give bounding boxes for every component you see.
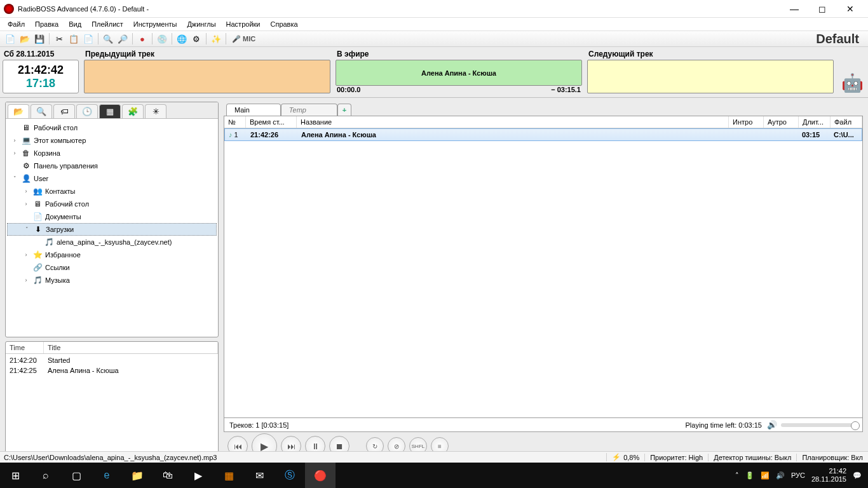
voice-icon[interactable]: ●	[136, 32, 149, 45]
tree-item-label: Корзина	[34, 149, 60, 157]
tree-item[interactable]: ›🗑Корзина	[7, 147, 217, 159]
status-silence[interactable]: Детектор тишины: Выкл	[708, 454, 796, 461]
menu-edit[interactable]: Правка	[30, 19, 64, 29]
tree-item[interactable]: ˅👤User	[7, 172, 217, 185]
store-icon[interactable]: 🛍	[153, 463, 183, 488]
menu-tools[interactable]: Инструменты	[128, 19, 182, 29]
tab-main[interactable]: Main	[226, 104, 281, 116]
tab-temp[interactable]: Temp	[281, 104, 337, 116]
menu-playlist[interactable]: Плейлист	[86, 19, 128, 29]
task-view-icon[interactable]: ▢	[61, 463, 92, 488]
tree-item[interactable]: 🔗Ссылки	[7, 261, 217, 274]
now-playing-body[interactable]: Алена Апина - Ксюша	[336, 60, 582, 86]
minimize-button[interactable]: ―	[780, 1, 808, 17]
globe-icon[interactable]: 🌐	[175, 32, 188, 45]
mic-button[interactable]: 🎤 MIC	[232, 35, 255, 43]
tree-item-label: Документы	[45, 213, 81, 220]
tree-item[interactable]: ⚙Панель управления	[7, 159, 217, 172]
tray-notifications-icon[interactable]: 💬	[853, 471, 862, 480]
search-icon[interactable]: ⌕	[31, 463, 61, 488]
tab-folder-icon[interactable]: 📂	[8, 104, 29, 118]
next-track-body[interactable]	[587, 60, 834, 93]
separator	[152, 33, 153, 44]
tab-search-icon[interactable]: 🔍	[31, 104, 52, 118]
tab-plugin-icon[interactable]: 🧩	[122, 104, 144, 118]
media-icon[interactable]: ▶	[183, 463, 214, 488]
tray-wifi-icon[interactable]: 📶	[761, 471, 770, 480]
folder-icon: 🖥	[32, 200, 43, 208]
separator	[132, 33, 133, 44]
menu-settings[interactable]: Настройки	[221, 19, 266, 29]
status-priority[interactable]: Приоритет: High	[644, 454, 708, 461]
folder-icon: 🗑	[21, 149, 31, 158]
close-button[interactable]: ✕	[836, 1, 864, 17]
speaker-icon[interactable]: 🔊	[767, 420, 777, 430]
tree-item[interactable]: ˅⬇Загрузки	[7, 223, 217, 236]
paste-icon[interactable]: 📄	[82, 32, 95, 45]
tree-item[interactable]: ›⭐Избранное	[7, 248, 217, 261]
disc-icon[interactable]: 💿	[156, 32, 168, 45]
log-row[interactable]: 21:42:20Started	[6, 355, 218, 365]
menu-help[interactable]: Справка	[265, 19, 302, 29]
apps-icon[interactable]: ▦	[214, 463, 244, 488]
main-toolbar: 📄 📂 💾 ✂ 📋 📄 🔍 🔎 ● 💿 🌐 ⚙ ✨ 🎤 MIC Default	[0, 30, 868, 47]
chevron-icon: ›	[22, 201, 30, 207]
col-duration[interactable]: Длит...	[799, 116, 831, 128]
status-scheduler[interactable]: Планировщик: Вкл	[796, 454, 868, 461]
col-outro[interactable]: Аутро	[764, 116, 799, 128]
log-col-time[interactable]: Time	[6, 342, 44, 353]
track-bar: Сб 28.11.2015 21:42:42 17:18 Предыдущий …	[0, 47, 868, 98]
col-intro[interactable]: Интро	[729, 116, 764, 128]
tree-item[interactable]: 🖥Рабочий стол	[7, 121, 217, 134]
tray-battery-icon[interactable]: 🔋	[745, 471, 754, 480]
col-title[interactable]: Название	[297, 116, 729, 128]
playlist-row[interactable]: 121:42:26Алена Апина - Ксюша03:15C:\U...	[224, 128, 862, 141]
tree-item[interactable]: ›🖥Рабочий стол	[7, 198, 217, 210]
tray-volume-icon[interactable]: 🔊	[776, 471, 785, 480]
new-icon[interactable]: 📄	[4, 32, 17, 45]
maximize-button[interactable]: ◻	[808, 1, 836, 17]
col-file[interactable]: Файл	[831, 116, 862, 128]
find-icon[interactable]: 🔍	[102, 32, 114, 45]
tab-tag-icon[interactable]: 🏷	[53, 104, 75, 118]
tree-item[interactable]: ›🎵Музыка	[7, 274, 217, 287]
edge-icon[interactable]: e	[92, 463, 122, 488]
replace-icon[interactable]: 🔎	[116, 32, 129, 45]
chevron-icon: ›	[11, 150, 18, 156]
tree-item[interactable]: 📄Документы	[7, 210, 217, 223]
tray-clock[interactable]: 21:42 28.11.2015	[811, 467, 846, 484]
copy-icon[interactable]: 📋	[67, 32, 80, 45]
tree-item[interactable]: ›👥Контакты	[7, 185, 217, 198]
volume-slider[interactable]	[781, 423, 857, 427]
open-icon[interactable]: 📂	[18, 32, 31, 45]
gear-icon[interactable]: ⚙	[190, 32, 203, 45]
tab-clock-icon[interactable]: 🕒	[76, 104, 98, 118]
tree-item[interactable]: ›💻Этот компьютер	[7, 134, 217, 147]
previous-track-body[interactable]	[84, 60, 330, 93]
folder-tree[interactable]: 🖥Рабочий стол›💻Этот компьютер›🗑Корзина⚙П…	[6, 119, 218, 337]
menu-jingles[interactable]: Джинглы	[182, 19, 220, 29]
wand-icon[interactable]: ✨	[210, 32, 222, 45]
col-start[interactable]: Время ст...	[246, 116, 297, 128]
tray-lang[interactable]: РУС	[791, 471, 805, 479]
start-button[interactable]: ⊞	[0, 463, 31, 488]
separator	[98, 33, 98, 44]
tree-item[interactable]: 🎵alena_apina_-_ksyusha_(zaycev.net)	[7, 236, 217, 248]
log-row[interactable]: 21:42:25Алена Апина - Ксюша	[6, 365, 218, 376]
robot-icon[interactable]: 🤖	[839, 48, 865, 93]
mail-icon[interactable]: ✉	[244, 463, 275, 488]
explorer-icon[interactable]: 📁	[122, 463, 153, 488]
tab-cart-icon[interactable]: ▦	[99, 104, 121, 118]
cut-icon[interactable]: ✂	[53, 32, 65, 45]
menu-view[interactable]: Вид	[64, 19, 86, 29]
tab-add-button[interactable]: +	[337, 104, 351, 116]
skype-icon[interactable]: Ⓢ	[275, 463, 305, 488]
log-col-title[interactable]: Title	[44, 342, 218, 353]
folder-icon: ⭐	[32, 250, 43, 259]
radioboss-task-icon[interactable]: 🔴	[305, 463, 336, 488]
menu-file[interactable]: Файл	[3, 19, 30, 29]
tray-chevron-icon[interactable]: ˄	[735, 471, 739, 480]
tab-settings-icon[interactable]: ✳	[145, 104, 166, 118]
save-icon[interactable]: 💾	[33, 32, 46, 45]
col-number[interactable]: №	[224, 116, 246, 128]
